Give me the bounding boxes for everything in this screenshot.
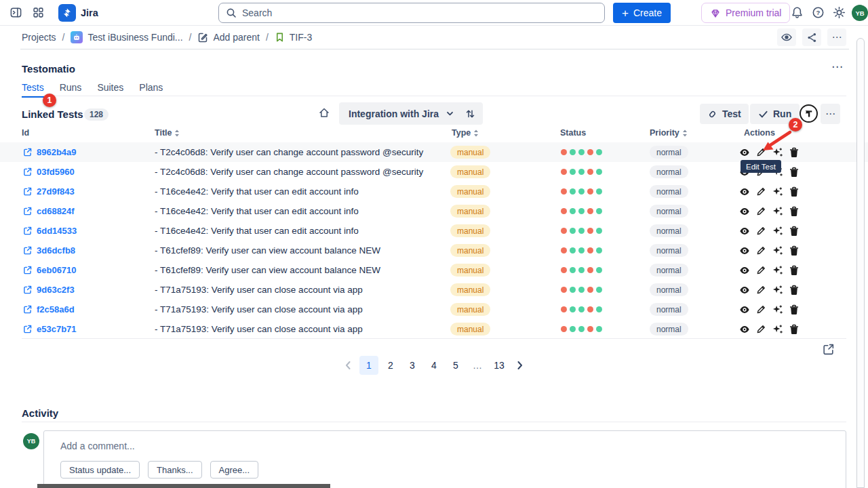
sparkles-icon[interactable] [772,304,783,315]
quick-reply-button[interactable]: Status update... [60,461,140,479]
eye-icon[interactable] [739,325,750,334]
table-row[interactable]: 6dd14533 - T16ce4e42: Verify that user c… [0,221,868,241]
watch-eye-icon[interactable] [777,28,796,46]
comment-box[interactable]: Add a comment... Status update...Thanks.… [43,430,846,488]
eye-icon[interactable] [739,226,750,236]
share-icon[interactable] [802,28,821,46]
edit-pencil-icon[interactable] [756,186,766,197]
eye-icon[interactable] [739,285,750,295]
table-row[interactable]: 9d63c2f3 - T71a75193: Verify user can cl… [0,280,868,300]
test-id-cell[interactable]: 03fd5960 [23,162,75,182]
test-id-cell[interactable]: 9d63c2f3 [23,280,75,300]
trash-icon[interactable] [789,245,799,256]
sparkles-icon[interactable] [772,285,783,296]
comment-input[interactable]: Add a comment... [60,441,135,451]
edit-pencil-icon[interactable] [756,324,766,334]
link-test-button[interactable]: Test [700,104,749,124]
eye-icon[interactable] [739,246,750,256]
sparkles-icon[interactable] [772,245,783,256]
breadcrumb-issue-key[interactable]: TIF-3 [275,32,312,43]
table-row[interactable]: 8962b4a9 - T2c4c06d8: Verify user can ch… [0,142,868,162]
next-page-icon[interactable] [511,356,529,375]
sparkles-icon[interactable] [772,186,783,197]
test-id-cell[interactable]: f2c58a6d [23,300,75,319]
edit-pencil-icon[interactable] [756,226,766,236]
home-icon[interactable] [318,106,330,121]
table-row[interactable]: 27d9f843 - T16ce4e42: Verify that user c… [0,182,868,201]
search-input[interactable] [242,7,597,18]
column-header-priority[interactable]: Priority [650,128,688,138]
settings-gear-icon[interactable] [833,6,846,21]
breadcrumb-projects[interactable]: Projects [22,32,56,43]
export-icon[interactable] [822,343,835,358]
sparkles-icon[interactable] [772,206,783,217]
breadcrumb-add-parent[interactable]: Add parent [197,32,260,43]
sparkles-icon[interactable] [772,226,783,237]
quick-reply-button[interactable]: Agree... [210,461,259,479]
page-1[interactable]: 1 [359,356,378,375]
table-row[interactable]: 3d6dcfb8 - T61cfef89: Verify user can vi… [0,241,868,260]
sparkles-icon[interactable] [772,265,783,276]
trash-icon[interactable] [789,206,799,217]
table-row[interactable]: 6eb06710 - T61cfef89: Verify user can vi… [0,260,868,280]
edit-pencil-icon[interactable] [756,304,766,314]
panel-more-icon[interactable]: ⋯ [831,60,843,73]
column-header-status[interactable]: Status [560,128,586,138]
eye-icon[interactable] [739,305,750,314]
panel-toolbar-more-icon[interactable]: ⋯ [821,104,840,124]
column-header-title[interactable]: Title [155,128,180,138]
trash-icon[interactable] [789,285,799,296]
table-row[interactable]: f2c58a6d - T71a75193: Verify user can cl… [0,300,868,319]
jira-logo-icon[interactable] [58,4,76,22]
page-5[interactable]: 5 [446,356,465,375]
breadcrumb-project[interactable]: Test iBusiness Fundi... [71,31,182,43]
eye-icon[interactable] [739,266,750,275]
testomatio-logo-icon[interactable] [800,104,818,123]
sidebar-toggle-icon[interactable] [9,6,22,21]
test-id-cell[interactable]: 6dd14533 [23,221,77,241]
global-search[interactable] [218,3,605,23]
quick-reply-button[interactable]: Thanks... [148,461,201,479]
trash-icon[interactable] [789,265,799,276]
test-id-cell[interactable]: 8962b4a9 [23,142,77,162]
edit-pencil-icon[interactable] [756,206,766,216]
eye-icon[interactable] [739,187,750,197]
trash-icon[interactable] [789,226,799,237]
premium-trial-button[interactable]: Premium trial [701,3,790,23]
test-id-cell[interactable]: cd68824f [23,201,75,221]
vertical-scrollbar[interactable] [856,38,865,488]
column-header-type[interactable]: Type [452,128,479,138]
page-3[interactable]: 3 [403,356,422,375]
sparkles-icon[interactable] [772,324,783,335]
edit-pencil-icon[interactable] [756,285,766,295]
integration-dropdown[interactable]: Integration with Jira [339,102,483,125]
table-row[interactable]: e53c7b71 - T71a75193: Verify user can cl… [0,319,868,339]
notifications-bell-icon[interactable] [791,6,804,21]
trash-icon[interactable] [789,167,799,178]
horizontal-scrollbar-thumb[interactable] [37,484,330,488]
edit-pencil-icon[interactable] [756,245,766,256]
page-2[interactable]: 2 [381,356,400,375]
sync-icon[interactable] [465,108,475,119]
trash-icon[interactable] [789,324,799,335]
test-id-cell[interactable]: e53c7b71 [23,319,77,339]
user-avatar[interactable]: YB [852,5,868,21]
trash-icon[interactable] [789,186,799,197]
eye-icon[interactable] [739,207,750,216]
page-4[interactable]: 4 [425,356,443,375]
test-id-cell[interactable]: 27d9f843 [23,182,75,201]
prev-page-icon[interactable] [339,356,357,375]
more-actions-icon[interactable]: ⋯ [827,28,846,46]
app-switcher-icon[interactable] [33,7,44,20]
test-id-cell[interactable]: 6eb06710 [23,260,77,280]
help-icon[interactable]: ? [812,6,825,21]
column-header-id[interactable]: Id [22,128,29,138]
trash-icon[interactable] [789,304,799,315]
test-id-cell[interactable]: 3d6dcfb8 [23,241,75,260]
page-13[interactable]: 13 [490,356,509,375]
eye-icon[interactable] [739,148,750,157]
edit-pencil-icon[interactable] [756,265,766,275]
table-row[interactable]: 03fd5960 - T2c4c06d8: Verify user can ch… [0,162,868,182]
create-button[interactable]: + Create [613,3,671,23]
table-row[interactable]: cd68824f - T16ce4e42: Verify that user c… [0,201,868,221]
